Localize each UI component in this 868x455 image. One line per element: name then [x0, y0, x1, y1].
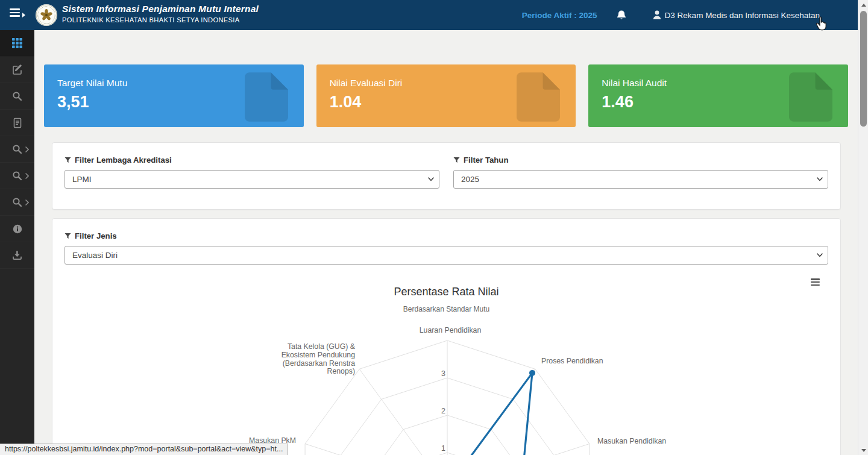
institution-name: POLITEKNIK KESEHATAN BHAKTI SETYA INDONE…	[62, 16, 259, 24]
axis-label-luaran-pendidikan: Luaran Pendidikan	[405, 327, 495, 335]
triangle-up-icon	[861, 4, 866, 7]
filter-lembaga-wrap: LPMI	[64, 170, 439, 189]
user-menu[interactable]: D3 Rekam Medis dan Informasi Kesehatan	[653, 10, 820, 20]
search-icon	[12, 144, 22, 154]
triangle-down-icon	[861, 449, 866, 452]
expand-arrow-icon	[22, 13, 25, 17]
document-icon	[245, 72, 288, 122]
sidebar-item-search-menu-2[interactable]	[0, 163, 34, 189]
filter-icon	[453, 157, 460, 163]
sidebar-toggle-button[interactable]	[10, 8, 28, 22]
download-icon	[12, 250, 22, 260]
sidebar-item-documents[interactable]	[0, 110, 34, 136]
axis-label-tata-kelola-line2: Ekosistem Pendukung	[234, 351, 355, 360]
user-icon	[653, 10, 661, 20]
filter-tahun-label-row: Filter Tahun	[453, 155, 828, 165]
chart-export-menu-button[interactable]	[811, 278, 821, 287]
grid-icon	[12, 38, 22, 48]
scrollbar-up-button[interactable]	[858, 0, 868, 10]
sidebar-item-search[interactable]	[0, 83, 34, 110]
sidebar-item-dashboard[interactable]	[0, 30, 34, 57]
chart-title: Persentase Rata Nilai	[52, 286, 840, 298]
card-nilai-hasil-audit: Nilai Hasil Audit 1.46	[588, 64, 848, 127]
filter-icon	[64, 157, 71, 163]
info-icon	[12, 224, 23, 234]
app-title: Sistem Informasi Penjaminan Mutu Interna…	[62, 4, 259, 14]
search-icon	[12, 91, 22, 101]
sidebar-item-info[interactable]	[0, 216, 34, 242]
card-target-nilai-mutu: Target Nilai Mutu 3,51	[44, 64, 304, 127]
radar-chart: Persentase Rata Nilai Berdasarkan Standa…	[52, 286, 840, 313]
notifications-button[interactable]	[617, 10, 626, 20]
document-icon	[517, 72, 560, 122]
filter-icon	[64, 233, 71, 239]
card-nilai-evaluasi-diri: Nilai Evaluasi Diri 1.04	[316, 64, 576, 127]
scrollbar-thumb[interactable]	[860, 11, 867, 127]
chevron-right-icon	[25, 146, 29, 152]
left-sidebar	[0, 30, 34, 455]
chart-subtitle: Berdasarkan Standar Mutu	[52, 305, 840, 313]
bell-icon	[617, 10, 626, 20]
filter-panel: Filter Lembaga Akreditasi LPMI	[52, 142, 841, 210]
axis-label-tata-kelola-line1: Tata Kelola (GUG) &	[234, 343, 355, 351]
scrollbar-down-button[interactable]	[858, 445, 868, 455]
svg-text:3: 3	[441, 369, 445, 378]
sidebar-item-search-menu-3[interactable]	[0, 189, 34, 216]
filter-tahun-select[interactable]: 2025	[453, 170, 828, 189]
browser-status-bar: https://poltekkesbsi.jamitu.id/index.php…	[0, 444, 288, 455]
active-period-label: Periode Aktif : 2025	[522, 11, 597, 20]
top-navbar: Sistem Informasi Penjaminan Mutu Interna…	[0, 0, 858, 30]
institution-logo	[35, 4, 58, 27]
sidebar-item-input[interactable]	[0, 57, 34, 83]
chevron-right-icon	[25, 173, 29, 179]
axis-label-proses-pendidikan: Proses Pendidikan	[541, 357, 603, 366]
filter-jenis-label: Filter Jenis	[75, 231, 117, 240]
axis-label-tata-kelola-line3: (Berdasarkan Renstra	[234, 360, 355, 368]
chevron-right-icon	[25, 199, 29, 206]
application-window: Sistem Informasi Penjaminan Mutu Interna…	[0, 0, 868, 455]
filter-lembaga-label-row: Filter Lembaga Akreditasi	[64, 155, 439, 165]
filter-lembaga-select[interactable]: LPMI	[64, 170, 439, 189]
filter-tahun-wrap: 2025	[453, 170, 828, 189]
main-content: Target Nilai Mutu 3,51 Nilai Evaluasi Di…	[34, 30, 858, 455]
filter-jenis-select[interactable]: Evaluasi Diri	[64, 246, 828, 265]
filter-jenis-wrap: Evaluasi Diri	[64, 246, 828, 265]
axis-label-masukan-pendidikan: Masukan Pendidikan	[597, 438, 666, 446]
filter-tahun-label: Filter Tahun	[464, 155, 508, 165]
search-icon	[12, 171, 22, 181]
file-icon	[12, 118, 23, 128]
axis-label-tata-kelola: Tata Kelola (GUG) & Ekosistem Pendukung …	[234, 343, 355, 376]
hamburger-icon	[811, 278, 821, 286]
filter-lembaga-label: Filter Lembaga Akreditasi	[75, 155, 172, 165]
axis-label-tata-kelola-line4: Renops)	[234, 368, 355, 376]
svg-text:1: 1	[441, 444, 445, 453]
svg-text:2: 2	[441, 407, 445, 415]
sidebar-item-search-menu-1[interactable]	[0, 136, 34, 163]
edit-icon	[12, 64, 23, 75]
vertical-scrollbar	[858, 0, 868, 455]
stat-cards-row: Target Nilai Mutu 3,51 Nilai Evaluasi Di…	[44, 64, 848, 127]
status-url: https://poltekkesbsi.jamitu.id/index.php…	[5, 445, 283, 453]
document-icon	[789, 72, 832, 122]
sidebar-item-download[interactable]	[0, 242, 34, 269]
brand-text: Sistem Informasi Penjaminan Mutu Interna…	[62, 4, 259, 24]
chart-panel: Filter Jenis Evaluasi Diri Persentase Ra…	[52, 218, 841, 455]
search-icon	[12, 197, 22, 207]
filter-jenis-label-row: Filter Jenis	[64, 231, 828, 240]
logged-in-user-label: D3 Rekam Medis dan Informasi Kesehatan	[665, 11, 820, 20]
